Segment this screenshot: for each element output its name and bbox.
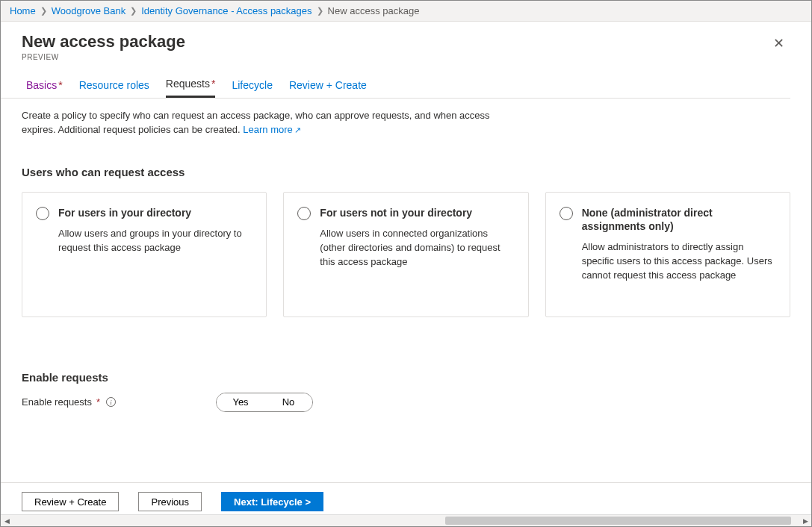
card-none-admin-only[interactable]: None (administrator direct assignments o… — [545, 192, 790, 317]
review-create-button[interactable]: Review + Create — [22, 492, 119, 511]
enable-requests-toggle[interactable]: Yes No — [216, 393, 313, 412]
tabs: Basics* Resource roles Requests* Lifecyc… — [1, 61, 790, 99]
breadcrumb-identity-governance[interactable]: Identity Governance - Access packages — [141, 5, 312, 16]
enable-requests-heading: Enable requests — [22, 371, 790, 384]
tab-label: Lifecycle — [232, 79, 272, 91]
chevron-right-icon: ❯ — [317, 6, 323, 16]
tab-label: Basics — [26, 79, 57, 91]
card-users-in-directory[interactable]: For users in your directory Allow users … — [22, 192, 267, 317]
preview-badge: PREVIEW — [22, 53, 185, 61]
card-title: For users in your directory — [58, 206, 251, 219]
previous-button[interactable]: Previous — [138, 492, 202, 511]
card-desc: Allow users and groups in your directory… — [58, 227, 251, 255]
close-button[interactable]: ✕ — [767, 32, 790, 54]
horizontal-scrollbar[interactable]: ◀ ▶ — [1, 514, 811, 526]
card-desc: Allow users in connected organizations (… — [320, 227, 512, 269]
card-users-not-in-directory[interactable]: For users not in your directory Allow us… — [283, 192, 528, 317]
tab-lifecycle[interactable]: Lifecycle — [232, 78, 272, 98]
chevron-right-icon: ❯ — [40, 6, 47, 16]
card-desc: Allow administrators to directly assign … — [582, 240, 775, 283]
breadcrumb-current: New access package — [328, 5, 420, 16]
info-icon[interactable]: i — [106, 397, 116, 407]
footer: Review + Create Previous Next: Lifecycle… — [1, 482, 811, 511]
toggle-no[interactable]: No — [264, 393, 312, 411]
scroll-right-icon: ▶ — [799, 517, 811, 525]
tab-basics[interactable]: Basics* — [26, 78, 63, 98]
next-button[interactable]: Next: Lifecycle > — [221, 492, 323, 511]
page-title: New access package — [22, 32, 185, 52]
enable-requests-label: Enable requests — [22, 396, 92, 408]
breadcrumb: Home ❯ Woodgrove Bank ❯ Identity Governa… — [1, 1, 811, 22]
chevron-right-icon: ❯ — [130, 6, 137, 16]
who-can-request-heading: Users who can request access — [22, 166, 790, 178]
tab-review-create[interactable]: Review + Create — [289, 78, 367, 98]
radio-icon — [36, 207, 49, 220]
card-title: None (administrator direct assignments o… — [582, 206, 775, 233]
learn-more-link[interactable]: Learn more — [243, 124, 300, 135]
required-asterisk: * — [58, 79, 62, 91]
required-asterisk: * — [211, 78, 215, 90]
tab-label: Requests — [166, 78, 210, 90]
breadcrumb-home[interactable]: Home — [10, 5, 36, 16]
breadcrumb-woodgrove[interactable]: Woodgrove Bank — [52, 5, 126, 16]
scrollbar-track — [13, 515, 799, 526]
card-title: For users not in your directory — [320, 206, 512, 219]
tab-requests[interactable]: Requests* — [166, 78, 216, 98]
required-asterisk: * — [96, 396, 100, 408]
radio-icon — [297, 207, 311, 220]
radio-icon — [560, 207, 573, 220]
scroll-left-icon: ◀ — [1, 517, 13, 525]
description-text: Create a policy to specify who can reque… — [22, 109, 500, 137]
toggle-yes[interactable]: Yes — [217, 393, 264, 411]
tab-label: Resource roles — [79, 79, 149, 91]
tab-label: Review + Create — [289, 79, 367, 91]
tab-resource-roles[interactable]: Resource roles — [79, 78, 149, 98]
close-icon: ✕ — [773, 36, 784, 51]
scrollbar-thumb[interactable] — [445, 517, 791, 525]
